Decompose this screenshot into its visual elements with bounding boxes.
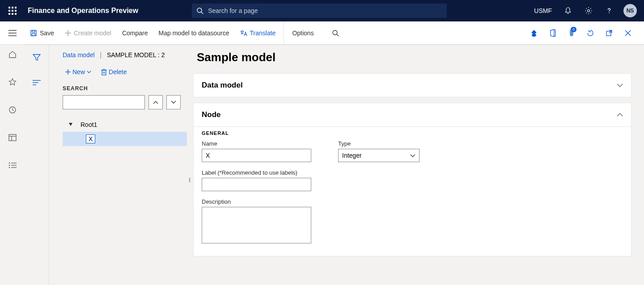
- svg-rect-7: [31, 30, 36, 36]
- description-label: Description: [202, 198, 311, 205]
- settings-button[interactable]: [580, 0, 597, 21]
- type-value: Integer: [342, 152, 362, 159]
- search-prev-button[interactable]: [148, 95, 163, 109]
- options-button[interactable]: Options: [284, 21, 319, 44]
- new-button[interactable]: New: [63, 67, 94, 77]
- close-icon: [625, 30, 631, 36]
- rail-workspaces[interactable]: [4, 130, 21, 146]
- tree-node-root[interactable]: Root1: [63, 117, 187, 132]
- section-node-header[interactable]: Node: [194, 103, 631, 126]
- svg-rect-8: [32, 30, 35, 32]
- caret-icon: [69, 123, 72, 126]
- filter-button[interactable]: [29, 50, 45, 66]
- description-input[interactable]: [202, 207, 311, 243]
- gear-icon: [585, 7, 593, 15]
- resize-handle[interactable]: ||: [189, 177, 190, 182]
- office-button[interactable]: [545, 25, 561, 41]
- tree-panel: Data model | SAMPLE MODEL : 2 New Delete…: [49, 45, 187, 285]
- svg-rect-9: [32, 34, 35, 36]
- tree-node-selected[interactable]: X: [63, 132, 187, 146]
- chevron-down-icon: [410, 154, 415, 157]
- translate-icon: [240, 30, 247, 36]
- trash-icon: [101, 69, 107, 75]
- translate-button[interactable]: Translate: [235, 21, 281, 44]
- detail-panel: Sample model Data model Node GENERAL Nam…: [187, 45, 644, 285]
- translate-label: Translate: [250, 29, 276, 37]
- hamburger-icon: [8, 30, 17, 36]
- save-button[interactable]: Save: [25, 21, 59, 44]
- user-avatar[interactable]: NS: [623, 4, 637, 17]
- popout-button[interactable]: [601, 25, 617, 41]
- breadcrumb-root[interactable]: Data model: [63, 51, 95, 59]
- help-button[interactable]: [600, 0, 618, 21]
- svg-point-12: [333, 30, 337, 35]
- nav-toggle[interactable]: [0, 21, 25, 44]
- search-label: SEARCH: [63, 85, 187, 92]
- name-label: Name: [202, 140, 311, 147]
- refresh-button[interactable]: [582, 25, 598, 41]
- waffle-icon: [8, 7, 17, 15]
- clock-icon: [8, 106, 17, 114]
- breadcrumb: Data model | SAMPLE MODEL : 2: [63, 51, 187, 59]
- rail-modules[interactable]: [4, 157, 21, 173]
- breadcrumb-current: SAMPLE MODEL : 2: [107, 51, 165, 59]
- svg-line-13: [337, 34, 339, 36]
- create-model-button: Create model: [59, 21, 117, 44]
- workspace-icon: [8, 134, 17, 141]
- search-icon: [196, 7, 203, 14]
- svg-rect-20: [9, 134, 16, 141]
- tree-search-input[interactable]: [63, 95, 145, 109]
- section-data-model-header[interactable]: Data model: [194, 74, 631, 97]
- page-title: Sample model: [197, 50, 631, 64]
- attachments-button[interactable]: 0: [564, 25, 580, 41]
- diamond-button[interactable]: [526, 25, 542, 41]
- compare-button[interactable]: Compare: [117, 21, 153, 44]
- search-icon: [332, 29, 339, 37]
- attachments-badge: 0: [571, 27, 576, 32]
- chevron-up-icon: [617, 113, 623, 117]
- map-model-button[interactable]: Map model to datasource: [153, 21, 235, 44]
- office-icon: [549, 29, 556, 37]
- global-search-input[interactable]: [208, 7, 442, 14]
- rail-recent[interactable]: [4, 102, 21, 118]
- svg-point-3: [609, 13, 610, 13]
- svg-point-25: [8, 167, 10, 168]
- chevron-down-icon: [87, 71, 91, 73]
- delete-button[interactable]: Delete: [98, 67, 129, 77]
- notifications-button[interactable]: [559, 0, 577, 21]
- global-search[interactable]: [192, 4, 447, 18]
- svg-point-23: [8, 163, 10, 164]
- svg-line-1: [201, 12, 203, 14]
- list-icon: [8, 162, 17, 168]
- company-picker[interactable]: USMF: [534, 7, 552, 14]
- type-select[interactable]: Integer: [338, 149, 419, 162]
- label-label: Label (*Recommended to use labels): [202, 169, 311, 176]
- global-header: Finance and Operations Preview USMF NS: [0, 0, 644, 21]
- plus-icon: [65, 69, 71, 75]
- tree-node-label: Root1: [80, 121, 97, 128]
- command-bar: Save Create model Compare Map model to d…: [0, 21, 644, 45]
- section-node: Node GENERAL Name Label (*Recommended to…: [193, 103, 631, 256]
- general-label: GENERAL: [202, 130, 623, 136]
- save-label: Save: [40, 29, 54, 37]
- app-title: Finance and Operations Preview: [28, 7, 138, 15]
- close-button[interactable]: [620, 25, 636, 41]
- app-launcher[interactable]: [4, 0, 21, 21]
- sort-button[interactable]: [29, 75, 45, 91]
- name-input[interactable]: [202, 149, 311, 162]
- svg-rect-34: [102, 70, 106, 75]
- label-input[interactable]: [202, 178, 311, 191]
- tree-node-label: X: [86, 134, 95, 143]
- popout-icon: [606, 29, 613, 37]
- chevron-down-icon: [617, 84, 623, 87]
- save-icon: [30, 29, 37, 37]
- svg-point-2: [588, 10, 590, 12]
- search-next-button[interactable]: [166, 95, 181, 109]
- model-tree: Root1 X: [63, 117, 187, 146]
- rail-favorites[interactable]: [4, 74, 21, 90]
- plus-icon: [65, 30, 71, 36]
- rail-home[interactable]: [4, 46, 21, 63]
- toolbar-search-button[interactable]: [319, 21, 344, 44]
- chevron-up-icon: [153, 101, 158, 104]
- main-region: Data model | SAMPLE MODEL : 2 New Delete…: [25, 45, 644, 285]
